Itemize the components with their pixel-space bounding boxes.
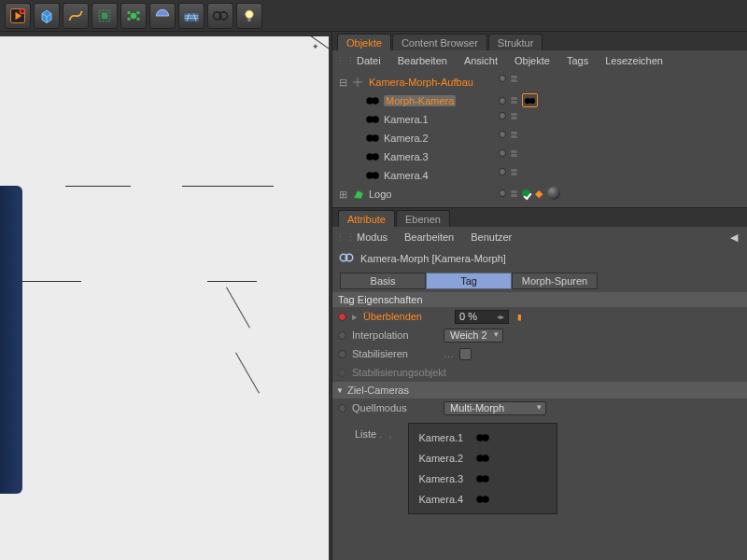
tab-layers[interactable]: Ebenen	[396, 210, 450, 227]
render-dot-icon[interactable]	[511, 76, 517, 82]
tree-item[interactable]: Morph-Kamera	[336, 91, 747, 110]
svg-point-32	[372, 153, 379, 161]
deformer-button[interactable]	[92, 3, 118, 29]
visibility-dot-icon[interactable]	[499, 168, 506, 175]
camera-list-item[interactable]: Kamera.3	[409, 469, 557, 489]
spline-button[interactable]	[63, 3, 89, 29]
expander-icon[interactable]: ⊟	[336, 77, 349, 89]
viewport-canvas[interactable]: ✦	[0, 36, 329, 560]
light-bulb-button[interactable]	[236, 3, 262, 29]
visibility-dot-icon[interactable]	[499, 131, 506, 138]
attribute-title: Kamera-Morph [Kamera-Morph]	[360, 253, 506, 264]
tab-structure[interactable]: Struktur	[488, 34, 543, 50]
menu-grip-icon[interactable]: ⋮⋮	[335, 231, 348, 244]
display-tag-icon[interactable]: ◆	[535, 188, 543, 200]
render-dot-icon[interactable]	[511, 97, 517, 104]
anim-dot-icon[interactable]	[338, 331, 346, 340]
camera-morph-button[interactable]	[207, 3, 233, 29]
render-dot-icon[interactable]	[511, 150, 517, 157]
menu-mode[interactable]: Modus	[348, 230, 396, 245]
render-dot-icon[interactable]	[511, 169, 517, 175]
object-label[interactable]: Kamera.1	[384, 114, 429, 125]
svg-rect-6	[102, 12, 108, 19]
section-ziel-cameras[interactable]: ▼ Ziel-Cameras	[332, 382, 747, 399]
anim-arrow-icon[interactable]: ▸	[352, 311, 358, 323]
axis-gizmo-icon[interactable]: ✦	[312, 42, 319, 51]
attribute-tabs: Attribute Ebenen	[332, 208, 747, 227]
anim-dot-icon[interactable]	[338, 350, 346, 358]
tab-objects[interactable]: Objekte	[337, 34, 391, 50]
svg-point-11	[136, 17, 139, 20]
visibility-dot-icon[interactable]	[499, 149, 506, 157]
cam-icon	[364, 130, 381, 147]
interp-dropdown[interactable]: Weich 2	[444, 329, 503, 343]
object-manager-tabs: Objekte Content Browser Struktur	[332, 32, 747, 50]
record-key-icon[interactable]	[338, 313, 346, 321]
mode-tag[interactable]: Tag	[426, 273, 512, 289]
cam-icon	[364, 92, 381, 109]
mode-morphspuren[interactable]: Morph-Spuren	[512, 273, 598, 289]
tree-item[interactable]: ⊞Logo◆	[336, 185, 747, 203]
menu-grip-icon[interactable]: ⋮⋮	[335, 55, 348, 67]
render-dot-icon[interactable]	[511, 113, 517, 119]
expresso-tag-icon[interactable]	[522, 189, 530, 198]
cube-primitive-button[interactable]	[34, 3, 60, 29]
blend-input[interactable]: 0 %◂▸	[455, 310, 509, 324]
render-scene-button[interactable]	[5, 3, 31, 29]
tree-item[interactable]: Kamera.4	[336, 166, 747, 185]
viewport[interactable]: ✦	[0, 32, 331, 560]
prop-quellmodus: Quellmodus Multi-Morph	[332, 399, 747, 417]
visibility-dot-icon[interactable]	[499, 189, 506, 197]
menu-edit2[interactable]: Bearbeiten	[396, 230, 462, 245]
tab-content-browser[interactable]: Content Browser	[392, 34, 487, 50]
object-label[interactable]: Kamera.2	[384, 133, 429, 144]
list-label: Liste . .	[355, 423, 393, 514]
tree-item[interactable]: Kamera.3	[336, 147, 747, 166]
quellmodus-dropdown[interactable]: Multi-Morph	[444, 401, 546, 415]
tab-attributes[interactable]: Attribute	[338, 210, 395, 227]
object-label[interactable]: Logo	[369, 189, 391, 200]
prop-interpolation: Interpolation Weich 2	[332, 326, 747, 344]
light-button[interactable]	[149, 3, 176, 29]
tree-item[interactable]: Kamera.1	[336, 110, 747, 129]
camera-list[interactable]: Kamera.1Kamera.2Kamera.3Kamera.4	[408, 423, 557, 514]
svg-point-10	[127, 17, 130, 20]
menu-view[interactable]: Ansicht	[456, 53, 506, 68]
material-tag-icon[interactable]	[547, 187, 560, 200]
camera-list-item[interactable]: Kamera.2	[409, 448, 557, 469]
svg-point-41	[482, 455, 489, 462]
render-dot-icon[interactable]	[511, 132, 517, 138]
camera-morph-tag-icon[interactable]	[522, 93, 538, 107]
object-label[interactable]: Kamera.3	[384, 151, 429, 162]
expander-icon[interactable]: ⊞	[336, 189, 349, 201]
object-label[interactable]: Morph-Kamera	[384, 95, 456, 106]
anim-dot-icon[interactable]	[338, 404, 346, 413]
camera-list-item[interactable]: Kamera.4	[409, 489, 557, 510]
menu-edit[interactable]: Bearbeiten	[389, 53, 456, 68]
object-label[interactable]: Kamera-Morph-Aufbau	[369, 77, 473, 88]
mode-basis[interactable]: Basis	[340, 273, 426, 289]
mograph-button[interactable]	[120, 3, 147, 29]
camera-list-item[interactable]: Kamera.1	[409, 427, 557, 448]
menu-user[interactable]: Benutzer	[462, 230, 520, 245]
render-dot-icon[interactable]	[511, 190, 517, 197]
floor-grid-button[interactable]	[178, 3, 204, 29]
visibility-dot-icon[interactable]	[499, 97, 506, 105]
visibility-dot-icon[interactable]	[499, 75, 506, 82]
attribute-menu: ⋮⋮ Modus Bearbeiten Benutzer ◀	[332, 227, 747, 247]
menu-objects[interactable]: Objekte	[506, 53, 558, 68]
svg-rect-12	[185, 13, 199, 21]
menu-file[interactable]: Datei	[348, 53, 389, 68]
camera-name: Kamera.1	[418, 432, 463, 443]
object-label[interactable]: Kamera.4	[384, 170, 429, 181]
menu-bookmarks[interactable]: Lesezeichen	[597, 53, 671, 68]
tree-item[interactable]: Kamera.2	[336, 129, 747, 147]
tree-item[interactable]: ⊟Kamera-Morph-Aufbau	[336, 73, 747, 91]
menu-tags[interactable]: Tags	[558, 53, 597, 68]
blend-slider[interactable]: ▮	[516, 311, 523, 323]
stabilize-checkbox[interactable]	[459, 348, 472, 360]
prop-blend: ▸ Überblenden 0 %◂▸ ▮	[332, 307, 747, 326]
svg-point-39	[482, 434, 489, 441]
visibility-dot-icon[interactable]	[499, 112, 506, 119]
history-back-icon[interactable]: ◀	[724, 231, 744, 244]
